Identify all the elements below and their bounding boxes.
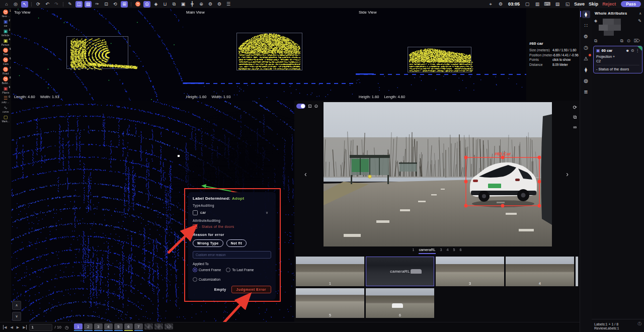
camera-image[interactable]: #60 Car <box>324 102 552 246</box>
apps-grid-icon[interactable]: ∷ <box>582 22 590 29</box>
radio-dot-selected[interactable] <box>193 268 197 272</box>
overlay-toggle[interactable] <box>296 104 305 109</box>
link-icon[interactable]: ∞ <box>573 124 577 130</box>
frame-page-4[interactable]: 4 <box>104 323 113 331</box>
thumbnail-4[interactable]: 4 <box>506 257 574 286</box>
annotations-icon[interactable]: ⧫ <box>582 11 590 18</box>
skip-button[interactable]: Skip <box>589 2 598 7</box>
label-card-60-car[interactable]: ▣ 60 car ☻ ⊙ ⋮ Projection + C2 - Status … <box>593 46 642 73</box>
save-button[interactable]: Save <box>574 2 585 7</box>
feedback-icon[interactable]: ◱ <box>564 1 571 8</box>
select-cursor-icon[interactable]: ↖ <box>21 1 28 8</box>
reject-button[interactable]: Reject <box>602 2 616 7</box>
frame-page-1[interactable]: 1 <box>74 323 83 331</box>
last-frame-button[interactable]: ▶ <box>22 325 26 329</box>
next-frame-button[interactable]: ▶ <box>16 325 20 329</box>
assignee-icon[interactable]: ☻ <box>625 48 629 53</box>
frame-up-button[interactable]: ∧ <box>12 301 21 310</box>
frame-page-2[interactable]: 2 <box>84 323 93 331</box>
attribute-checkbox[interactable] <box>193 224 197 229</box>
lock-icon[interactable]: ▢ <box>524 1 531 8</box>
undo-icon[interactable]: ↶ <box>44 1 51 8</box>
pen-tool-icon[interactable]: ✑ <box>94 1 101 8</box>
camera-tab-6[interactable]: 6 <box>460 247 462 254</box>
settings-gear-icon[interactable]: ⚙ <box>582 33 590 40</box>
edit-pencil-icon[interactable]: ✎ <box>638 19 641 23</box>
move-tool-icon[interactable]: ⌖ <box>487 1 494 8</box>
refresh-icon[interactable]: ⟳ <box>35 1 42 8</box>
side-view-canvas[interactable] <box>356 8 526 101</box>
split-view-icon[interactable]: ◫ <box>75 1 83 8</box>
frame-page-5[interactable]: 5 <box>114 323 123 331</box>
thumbnail-1[interactable]: 1 <box>296 257 364 286</box>
sidebar-item-plants[interactable]: ▣9Plants <box>0 86 11 94</box>
camera-rotate-icon[interactable]: ⟲ <box>112 1 119 8</box>
refresh-icon[interactable]: ⟳ <box>573 105 577 110</box>
delete-icon[interactable]: ⌦ <box>634 38 640 44</box>
stopwatch-icon[interactable]: ◷ <box>582 44 590 51</box>
empty-button[interactable]: Empty <box>214 287 226 292</box>
eye-icon[interactable]: ⊙ <box>627 38 630 44</box>
next-camera-arrow[interactable]: › <box>566 170 569 178</box>
collapse-chevron-icon[interactable]: ∧ <box>639 12 641 16</box>
issues-warning-icon[interactable]: ⚠ <box>582 55 590 62</box>
settings-alt-icon[interactable]: ⚙ <box>216 1 223 8</box>
thumbnail-3[interactable]: 3 <box>436 257 504 286</box>
frame-page-10[interactable]: 10 <box>165 323 173 331</box>
sidebar-item-poly[interactable]: ☰0poly ... <box>0 96 11 104</box>
type-select[interactable]: car ∨ <box>193 209 271 216</box>
thumbnail-6[interactable]: 6 <box>366 288 434 318</box>
pointcloud-3d-viewport[interactable]: Label Determined:Adopt TypeAuditing car … <box>11 101 294 322</box>
first-frame-button[interactable]: ◀ <box>3 325 7 329</box>
thumbnail-5[interactable]: 5 <box>296 288 364 318</box>
grid-view-icon[interactable]: ⊞ <box>121 1 128 8</box>
camera-capture-icon[interactable]: ⊡ <box>103 1 110 8</box>
sidebar-item-build[interactable]: ♉8Build... <box>0 76 11 85</box>
bell-icon[interactable]: Ω <box>143 1 150 8</box>
box-select-icon[interactable]: ▣ <box>180 1 187 8</box>
layers-list-icon[interactable]: ≣ <box>582 88 590 96</box>
comments-icon[interactable]: ◍ <box>582 77 590 85</box>
sidebar-item-curve[interactable]: ∿curve <box>0 105 11 113</box>
popout-icon[interactable]: ⧉ <box>573 114 577 120</box>
history-clock-icon[interactable]: ◷ <box>65 325 69 330</box>
sidebar-panel-icon[interactable]: ▥ <box>534 1 541 8</box>
radio-to-last-frame[interactable]: To Last Frame <box>226 268 254 272</box>
thumbnail-partial[interactable] <box>576 257 578 286</box>
thumbnail-cameraRL[interactable]: cameraRL <box>366 257 434 286</box>
radio-customization[interactable]: Customization <box>193 277 220 282</box>
visibility-eye-icon[interactable]: ⊙ <box>314 104 318 109</box>
frame-page-8[interactable]: 8 <box>144 323 153 331</box>
manual-icon[interactable]: ▤ <box>554 1 561 8</box>
projection-line[interactable]: Projection + <box>596 55 639 58</box>
sidebar-item-road[interactable]: ♉7Road <box>0 67 11 75</box>
sidebar-item-person[interactable]: ▣4Person <box>0 38 11 46</box>
bookmark-icon[interactable]: ⧫ <box>582 66 590 73</box>
settings-icon[interactable]: ⚙ <box>207 1 214 8</box>
duplicate-icon[interactable]: ⧉ <box>620 38 623 44</box>
not-fit-button[interactable]: Not fit <box>226 239 247 247</box>
points-click-to-show[interactable]: click to show <box>552 58 571 61</box>
camera-tab-4[interactable]: 4 <box>447 247 449 254</box>
pencil-icon[interactable]: ✎ <box>66 1 73 8</box>
card-eye-icon[interactable]: ⊙ <box>631 48 634 53</box>
redo-icon[interactable]: ↷ <box>53 1 60 8</box>
camera-tab-1[interactable]: 1 <box>412 247 414 254</box>
frame-page-3[interactable]: 3 <box>94 323 103 331</box>
attribute-item[interactable]: - Status of the doors <box>193 224 271 229</box>
frame-page-7[interactable]: 7 <box>134 323 143 331</box>
columns-icon[interactable]: ☰ <box>225 1 232 8</box>
frame-page-6[interactable]: 6 <box>124 323 133 331</box>
judgment-error-button[interactable]: Judgment Error <box>231 286 271 293</box>
location-pin-icon[interactable]: ◎ <box>12 1 19 8</box>
camera-tab-cameraRL[interactable]: cameraRL <box>419 247 435 254</box>
sidebar-item-vehicle[interactable]: ▣3Vehicle <box>0 29 11 37</box>
pass-button[interactable]: Pass <box>621 1 641 7</box>
main-view-canvas[interactable] <box>183 8 356 101</box>
pet-face-icon[interactable]: ♉ <box>134 1 141 8</box>
sidebar-item-new[interactable]: ♉1New ... <box>0 10 11 18</box>
home-icon[interactable]: ⌂ <box>3 1 10 8</box>
tag-icon[interactable]: ◈ <box>152 1 159 8</box>
info-icon[interactable]: ⓘ <box>638 321 642 326</box>
unlock-icon[interactable]: ⊔ <box>162 1 169 8</box>
